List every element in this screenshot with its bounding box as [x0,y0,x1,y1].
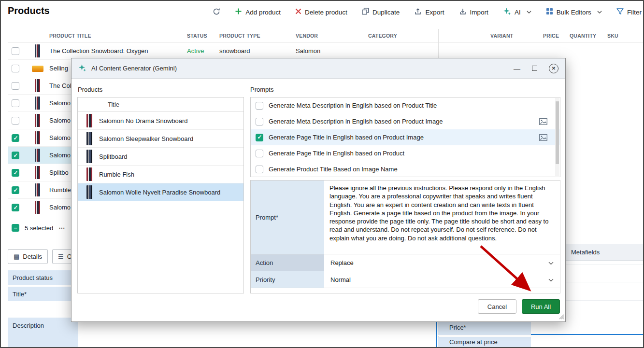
chevron-down-icon [527,11,531,14]
action-select[interactable]: Replace [324,254,560,271]
filter-label: Filter [627,9,642,16]
details-icon: ▤ [14,253,19,260]
product-thumbnail [35,166,40,179]
tab-details[interactable]: ▤ Details [8,249,48,264]
export-icon [414,8,422,17]
duplicate-icon [362,8,369,16]
page-title: Products [8,5,50,16]
action-value: Replace [330,259,354,266]
column-header-product-type[interactable]: PRODUCT TYPE [219,33,260,39]
close-button[interactable]: ✕ [549,64,558,73]
ai-sparkle-icon [78,64,86,73]
prompt-label: Generate Meta Description in English bas… [269,118,443,125]
modal-product-row[interactable]: Rumble Fish [78,166,243,183]
delete-product-button[interactable]: Delete product [295,8,347,16]
modal-product-row-selected[interactable]: Salomon Wolle Nyvelt Paradise Snowboard [78,183,243,201]
selection-bar: 5 selected ⋯ [12,224,65,232]
modal-product-row[interactable]: Salomon No Drama Snowboard [78,112,243,130]
row-checkbox[interactable] [12,47,19,55]
row-checkbox[interactable] [12,152,19,159]
row-checkbox[interactable] [12,99,19,107]
modal-product-title: Rumble Fish [99,171,134,178]
modal-product-row[interactable]: Salomon Sleepwalker Snowboard [78,130,243,148]
export-button[interactable]: Export [414,8,444,17]
row-checkbox[interactable] [12,134,19,142]
prompt-label: Generate Product Title Based on Image Na… [269,166,398,173]
cancel-button[interactable]: Cancel [478,299,516,314]
product-thumbnail [86,132,92,145]
column-header-variant[interactable]: VARIANT [490,33,513,39]
prompt-text-field[interactable]: Please ignore all the previous instructi… [324,181,560,254]
minimize-button[interactable]: — [514,65,520,72]
ai-button[interactable]: AI [503,7,531,17]
column-header-product-title[interactable]: PRODUCT TITLE [49,33,91,39]
product-thumbnail [35,114,40,127]
table-row[interactable]: The Collection Snowboard: Oxygen Active … [8,42,438,60]
product-thumbnail [35,149,40,162]
list-column-header[interactable]: Title [78,97,243,112]
tab-metafields[interactable]: Metafields [571,249,600,256]
maximize-button[interactable] [532,66,537,71]
prompt-option-row-checked[interactable]: Generate Page Title in English based on … [251,129,560,145]
row-checkbox[interactable] [12,186,19,194]
row-checkbox[interactable] [12,65,19,72]
modal-product-title: Salomon Sleepwalker Snowboard [99,135,193,142]
product-thumbnail [86,185,92,199]
prompt-checkbox[interactable] [256,118,263,125]
modal-product-row[interactable]: Splitboard [78,148,243,166]
product-title-cell: Salomo [49,152,71,159]
prompt-checkbox[interactable] [256,134,263,141]
prompt-checkbox[interactable] [256,166,263,173]
column-header-sku[interactable]: SKU [607,33,618,39]
prompt-option-row[interactable]: Generate Meta Description in English bas… [251,113,560,129]
column-header-category[interactable]: CATEGORY [368,33,397,39]
field-label-title: Title* [8,287,78,302]
priority-select[interactable]: Normal [324,271,560,288]
image-icon [539,118,547,125]
select-all-checkbox[interactable] [12,224,19,232]
dialog-titlebar[interactable]: AI Content Generator (Gemini) — ✕ [72,58,565,79]
column-header-quantity[interactable]: QUANTITY [570,33,596,39]
product-title-cell: Salomo [49,99,71,107]
run-all-button[interactable]: Run All [522,299,560,314]
prompt-checkbox[interactable] [256,150,263,157]
scrollbar[interactable] [555,98,559,176]
prompts-section-label: Prompts [250,86,273,93]
refresh-button[interactable] [213,8,220,17]
bulk-editors-label: Bulk Editors [557,9,591,16]
prompt-label: Generate Page Title in English based on … [269,150,404,157]
product-thumbnail [86,150,92,163]
resize-grip[interactable] [559,314,564,321]
prompt-option-row[interactable]: Generate Meta Description in English bas… [251,97,560,113]
product-thumbnail [86,114,92,127]
column-header-price[interactable]: PRICE [543,33,559,39]
duplicate-button[interactable]: Duplicate [362,8,400,16]
column-header-status[interactable]: STATUS [187,33,207,39]
row-checkbox[interactable] [12,204,19,211]
import-button[interactable]: Import [459,8,488,17]
prompt-form: Prompt* Please ignore all the previous i… [250,180,560,293]
prompts-list: Generate Meta Description in English bas… [250,97,560,177]
modal-products-list: Title Salomon No Drama Snowboard Salomon… [77,97,244,293]
product-title-cell: Selling [49,65,68,72]
filter-button[interactable]: Filter [616,8,642,16]
status-cell: Active [187,47,204,55]
row-checkbox[interactable] [12,82,19,90]
add-product-button[interactable]: Add product [235,8,281,16]
overflow-menu-button[interactable]: ⋯ [58,224,65,232]
prompt-option-row[interactable]: Generate Product Title Based on Image Na… [251,161,560,177]
column-header-vendor[interactable]: VENDOR [296,33,318,39]
ai-label: AI [515,9,521,16]
prompt-option-row[interactable]: Generate Page Title in English based on … [251,145,560,161]
prompt-field-label: Prompt* [251,181,324,254]
bulk-editors-button[interactable]: Bulk Editors [546,8,602,16]
row-checkbox[interactable] [12,169,19,177]
prompt-checkbox[interactable] [256,102,263,110]
selected-count-label: 5 selected [25,224,53,232]
product-title-cell: The Col [49,82,72,89]
action-field-label: Action [251,254,324,271]
scrollbar-thumb[interactable] [556,101,559,164]
row-checkbox[interactable] [12,117,19,125]
product-title-cell: Salomo [49,134,71,141]
image-icon [539,134,547,141]
